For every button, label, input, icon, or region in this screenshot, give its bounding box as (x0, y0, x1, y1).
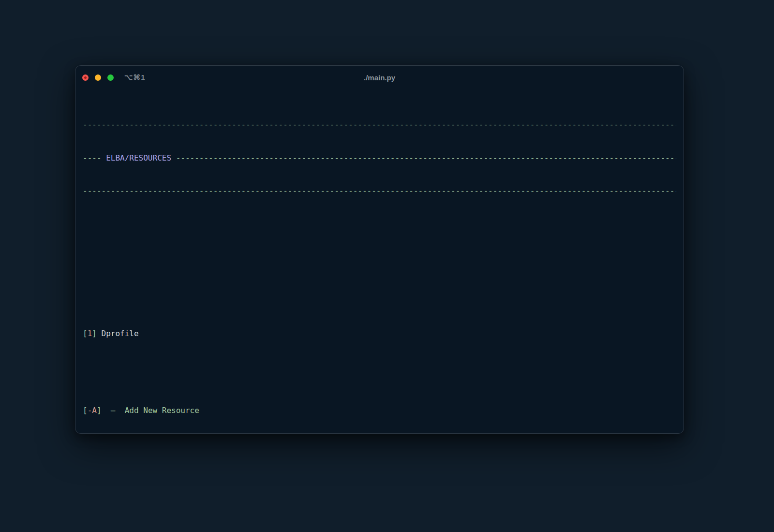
separator-line: ----------------------------------------… (83, 186, 676, 197)
menu-dash: – (102, 406, 125, 415)
terminal-window: ⌥⌘1 ./main.py --------------------------… (75, 65, 684, 434)
resource-list-item: [1] Dprofile (83, 328, 676, 340)
close-window-button[interactable] (82, 74, 89, 81)
blank-line (83, 361, 676, 372)
window-title: ./main.py (75, 74, 684, 82)
tab-shortcut-label: ⌥⌘1 (124, 73, 146, 82)
resource-name: Dprofile (102, 329, 139, 338)
menu-item-add: [-A] – Add New Resource (83, 405, 676, 416)
banner-line: ---- ELBA/RESOURCES --------------------… (83, 153, 676, 164)
menu-label: Add New Resource (125, 406, 199, 415)
title-bar[interactable]: ⌥⌘1 ./main.py (75, 66, 684, 89)
bracket: ] (97, 406, 102, 415)
terminal-screen[interactable]: ----------------------------------------… (75, 89, 684, 434)
separator-line: ----------------------------------------… (83, 119, 676, 131)
bracket: [ (83, 406, 88, 415)
blank-line (83, 219, 676, 230)
app-name: ELBA/RESOURCES (106, 153, 171, 163)
zoom-window-button[interactable] (107, 74, 114, 81)
bracket: [ (83, 329, 88, 338)
menu-key: -A (88, 406, 97, 415)
bracket: ] (92, 329, 97, 338)
blank-line (83, 251, 676, 263)
spacer (97, 329, 102, 338)
banner-suffix: ----------------------------------------… (171, 153, 676, 163)
banner-prefix: ---- (83, 153, 106, 163)
blank-line (83, 284, 676, 296)
resource-number: 1 (88, 329, 92, 338)
traffic-lights (82, 74, 114, 81)
minimize-window-button[interactable] (95, 74, 101, 81)
